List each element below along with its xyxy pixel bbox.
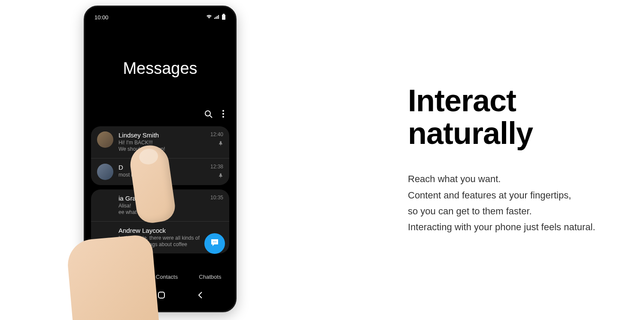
message-time: 12:38 <box>210 164 223 170</box>
more-icon[interactable] <box>222 110 224 120</box>
marketing-copy: Interact naturally Reach what you want. … <box>322 85 644 235</box>
wifi-icon <box>206 14 212 21</box>
status-bar: 10:00 <box>88 10 232 23</box>
tab-conversations[interactable]: Conversations <box>96 272 138 283</box>
home-icon[interactable] <box>158 291 165 301</box>
avatar <box>97 164 113 180</box>
status-time: 10:00 <box>94 14 109 21</box>
recents-icon[interactable] <box>117 292 126 300</box>
signal-icon <box>214 14 220 21</box>
contact-name: Lindsey Smith <box>118 131 205 139</box>
contact-name: Andrew Laycock <box>118 227 223 234</box>
svg-rect-17 <box>158 292 164 298</box>
tab-chatbots[interactable]: Chatbots <box>195 272 225 283</box>
headline: Interact naturally <box>408 85 618 149</box>
message-time: 12:40 <box>210 131 223 137</box>
back-icon[interactable] <box>197 291 203 301</box>
svg-point-8 <box>222 110 224 112</box>
svg-rect-4 <box>223 14 225 15</box>
tab-contacts[interactable]: Contacts <box>152 272 181 283</box>
pin-icon <box>210 141 223 147</box>
message-meta: 10:35 <box>210 195 223 216</box>
svg-point-12 <box>214 241 215 242</box>
svg-point-13 <box>216 241 216 242</box>
search-icon[interactable] <box>204 110 213 120</box>
phone-mockup-section: 10:00 Messages <box>0 0 322 320</box>
svg-line-7 <box>210 116 212 118</box>
system-nav-bar <box>88 285 232 308</box>
status-icons <box>206 14 226 21</box>
pin-icon <box>210 173 223 180</box>
svg-point-11 <box>213 241 214 242</box>
svg-rect-1 <box>216 17 216 19</box>
message-meta: 12:38 <box>210 164 223 180</box>
chat-icon <box>210 238 219 249</box>
message-meta: 12:40 <box>210 131 223 153</box>
svg-rect-3 <box>218 15 219 19</box>
svg-rect-5 <box>222 15 225 20</box>
message-time: 10:35 <box>210 195 223 201</box>
avatar <box>97 131 113 148</box>
svg-rect-0 <box>214 18 215 19</box>
compose-fab[interactable] <box>204 233 225 254</box>
phone-wrapper: 10:00 Messages <box>84 6 238 315</box>
svg-point-10 <box>222 116 224 118</box>
body-text: Reach what you want. Content and feature… <box>408 171 618 235</box>
app-title: Messages <box>88 23 232 110</box>
battery-icon <box>222 14 226 21</box>
bottom-tabs: Conversations Contacts Chatbots <box>88 268 232 285</box>
toolbar <box>88 110 232 126</box>
svg-point-6 <box>205 111 210 116</box>
svg-rect-2 <box>217 16 218 19</box>
svg-point-9 <box>222 113 224 115</box>
